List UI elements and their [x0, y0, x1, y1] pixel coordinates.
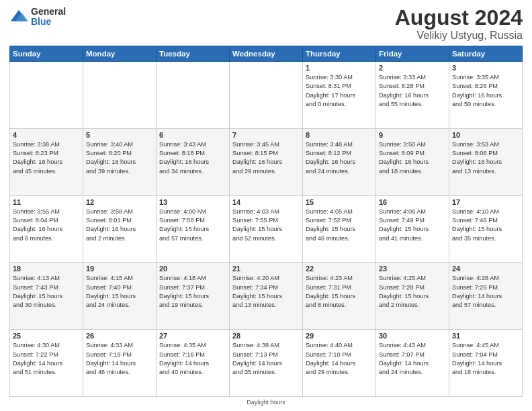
- calendar-table: SundayMondayTuesdayWednesdayThursdayFrid…: [9, 46, 523, 397]
- calendar-cell: [230, 62, 303, 129]
- logo: General Blue: [9, 7, 66, 28]
- calendar-cell: [10, 62, 83, 129]
- day-number: 22: [306, 265, 373, 273]
- day-number: 2: [379, 64, 446, 72]
- day-number: 20: [159, 265, 226, 273]
- calendar-cell: 19Sunrise: 4:15 AM Sunset: 7:40 PM Dayli…: [83, 263, 157, 330]
- calendar-cell: 18Sunrise: 4:13 AM Sunset: 7:43 PM Dayli…: [10, 263, 83, 330]
- title-block: August 2024 Velikiy Ustyug, Russia: [395, 7, 523, 42]
- calendar-cell: 8Sunrise: 3:48 AM Sunset: 8:12 PM Daylig…: [303, 128, 376, 195]
- day-number: 12: [86, 198, 153, 206]
- day-info: Sunrise: 4:03 AM Sunset: 7:55 PM Dayligh…: [232, 208, 300, 243]
- day-number: 31: [452, 332, 519, 340]
- day-number: 16: [379, 198, 446, 206]
- day-info: Sunrise: 3:55 AM Sunset: 8:04 PM Dayligh…: [13, 208, 80, 243]
- day-info: Sunrise: 3:45 AM Sunset: 8:15 PM Dayligh…: [232, 140, 300, 176]
- day-number: 1: [306, 64, 373, 72]
- calendar-cell: 15Sunrise: 4:05 AM Sunset: 7:52 PM Dayli…: [303, 195, 376, 263]
- day-number: 5: [86, 131, 153, 139]
- header: General Blue August 2024 Velikiy Ustyug,…: [9, 7, 523, 42]
- calendar-cell: 28Sunrise: 4:38 AM Sunset: 7:13 PM Dayli…: [230, 330, 303, 397]
- day-info: Sunrise: 4:40 AM Sunset: 7:10 PM Dayligh…: [306, 341, 373, 377]
- day-info: Sunrise: 4:13 AM Sunset: 7:43 PM Dayligh…: [13, 274, 80, 310]
- day-info: Sunrise: 4:23 AM Sunset: 7:31 PM Dayligh…: [306, 274, 373, 310]
- day-number: 24: [452, 265, 519, 273]
- calendar-cell: 14Sunrise: 4:03 AM Sunset: 7:55 PM Dayli…: [230, 195, 303, 263]
- day-info: Sunrise: 3:30 AM Sunset: 8:31 PM Dayligh…: [306, 73, 373, 109]
- day-info: Sunrise: 4:35 AM Sunset: 7:16 PM Dayligh…: [159, 341, 226, 377]
- day-number: 26: [86, 332, 153, 340]
- day-number: 15: [306, 198, 373, 206]
- logo-text: General Blue: [31, 7, 66, 28]
- day-info: Sunrise: 4:05 AM Sunset: 7:52 PM Dayligh…: [306, 208, 373, 243]
- day-number: 13: [159, 198, 226, 206]
- day-info: Sunrise: 4:33 AM Sunset: 7:19 PM Dayligh…: [86, 341, 153, 377]
- calendar-week-3: 11Sunrise: 3:55 AM Sunset: 8:04 PM Dayli…: [10, 195, 523, 263]
- day-number: 23: [379, 265, 446, 273]
- calendar-week-4: 18Sunrise: 4:13 AM Sunset: 7:43 PM Dayli…: [10, 263, 523, 330]
- day-number: 11: [13, 198, 80, 206]
- calendar-cell: 21Sunrise: 4:20 AM Sunset: 7:34 PM Dayli…: [230, 263, 303, 330]
- calendar-cell: 7Sunrise: 3:45 AM Sunset: 8:15 PM Daylig…: [230, 128, 303, 195]
- calendar-cell: 9Sunrise: 3:50 AM Sunset: 8:09 PM Daylig…: [376, 128, 449, 195]
- day-number: 14: [232, 198, 300, 206]
- day-info: Sunrise: 3:38 AM Sunset: 8:23 PM Dayligh…: [13, 140, 80, 176]
- calendar-cell: 17Sunrise: 4:10 AM Sunset: 7:46 PM Dayli…: [449, 195, 523, 263]
- calendar-cell: 30Sunrise: 4:43 AM Sunset: 7:07 PM Dayli…: [376, 330, 449, 397]
- calendar-cell: 25Sunrise: 4:30 AM Sunset: 7:22 PM Dayli…: [10, 330, 83, 397]
- day-info: Sunrise: 4:28 AM Sunset: 7:25 PM Dayligh…: [452, 274, 519, 310]
- day-info: Sunrise: 4:20 AM Sunset: 7:34 PM Dayligh…: [232, 274, 300, 310]
- logo-blue: Blue: [31, 17, 66, 27]
- day-info: Sunrise: 3:35 AM Sunset: 8:26 PM Dayligh…: [452, 73, 519, 109]
- weekday-header-tuesday: Tuesday: [157, 46, 230, 62]
- day-number: 17: [452, 198, 519, 206]
- calendar-cell: 26Sunrise: 4:33 AM Sunset: 7:19 PM Dayli…: [83, 330, 157, 397]
- day-info: Sunrise: 3:40 AM Sunset: 8:20 PM Dayligh…: [86, 140, 153, 176]
- day-info: Sunrise: 3:58 AM Sunset: 8:01 PM Dayligh…: [86, 208, 153, 243]
- calendar-cell: 12Sunrise: 3:58 AM Sunset: 8:01 PM Dayli…: [83, 195, 157, 263]
- day-number: 21: [232, 265, 300, 273]
- page: General Blue August 2024 Velikiy Ustyug,…: [0, 0, 532, 411]
- day-info: Sunrise: 4:43 AM Sunset: 7:07 PM Dayligh…: [379, 341, 446, 377]
- day-number: 27: [159, 332, 226, 340]
- calendar-cell: [83, 62, 157, 129]
- calendar-cell: 4Sunrise: 3:38 AM Sunset: 8:23 PM Daylig…: [10, 128, 83, 195]
- calendar-cell: 23Sunrise: 4:25 AM Sunset: 7:28 PM Dayli…: [376, 263, 449, 330]
- day-number: 28: [232, 332, 300, 340]
- weekday-header-thursday: Thursday: [303, 46, 376, 62]
- calendar-cell: 6Sunrise: 3:43 AM Sunset: 8:18 PM Daylig…: [157, 128, 230, 195]
- day-number: 4: [13, 131, 80, 139]
- day-info: Sunrise: 3:43 AM Sunset: 8:18 PM Dayligh…: [159, 140, 226, 176]
- day-number: 18: [13, 265, 80, 273]
- day-number: 19: [86, 265, 153, 273]
- day-info: Sunrise: 4:18 AM Sunset: 7:37 PM Dayligh…: [159, 274, 226, 310]
- day-info: Sunrise: 4:38 AM Sunset: 7:13 PM Dayligh…: [232, 341, 300, 377]
- title-location: Velikiy Ustyug, Russia: [395, 30, 523, 42]
- day-number: 25: [13, 332, 80, 340]
- calendar-cell: 20Sunrise: 4:18 AM Sunset: 7:37 PM Dayli…: [157, 263, 230, 330]
- calendar-header-row: SundayMondayTuesdayWednesdayThursdayFrid…: [10, 46, 523, 62]
- day-info: Sunrise: 3:50 AM Sunset: 8:09 PM Dayligh…: [379, 140, 446, 176]
- title-month: August 2024: [395, 7, 523, 28]
- weekday-header-monday: Monday: [83, 46, 157, 62]
- logo-icon: [9, 7, 28, 26]
- day-info: Sunrise: 4:08 AM Sunset: 7:49 PM Dayligh…: [379, 208, 446, 243]
- day-number: 10: [452, 131, 519, 139]
- weekday-header-friday: Friday: [376, 46, 449, 62]
- calendar-week-1: 1Sunrise: 3:30 AM Sunset: 8:31 PM Daylig…: [10, 62, 523, 129]
- day-info: Sunrise: 4:30 AM Sunset: 7:22 PM Dayligh…: [13, 341, 80, 377]
- calendar-cell: 2Sunrise: 3:33 AM Sunset: 8:28 PM Daylig…: [376, 62, 449, 129]
- day-info: Sunrise: 4:00 AM Sunset: 7:58 PM Dayligh…: [159, 208, 226, 243]
- weekday-header-saturday: Saturday: [449, 46, 523, 62]
- calendar-cell: 10Sunrise: 3:53 AM Sunset: 8:06 PM Dayli…: [449, 128, 523, 195]
- calendar-cell: 16Sunrise: 4:08 AM Sunset: 7:49 PM Dayli…: [376, 195, 449, 263]
- day-info: Sunrise: 3:33 AM Sunset: 8:28 PM Dayligh…: [379, 73, 446, 109]
- calendar-week-2: 4Sunrise: 3:38 AM Sunset: 8:23 PM Daylig…: [10, 128, 523, 195]
- calendar-cell: 1Sunrise: 3:30 AM Sunset: 8:31 PM Daylig…: [303, 62, 376, 129]
- day-number: 29: [306, 332, 373, 340]
- day-info: Sunrise: 4:10 AM Sunset: 7:46 PM Dayligh…: [452, 208, 519, 243]
- calendar-cell: 13Sunrise: 4:00 AM Sunset: 7:58 PM Dayli…: [157, 195, 230, 263]
- calendar-cell: [157, 62, 230, 129]
- footer-note: Daylight hours: [9, 399, 523, 406]
- calendar-cell: 5Sunrise: 3:40 AM Sunset: 8:20 PM Daylig…: [83, 128, 157, 195]
